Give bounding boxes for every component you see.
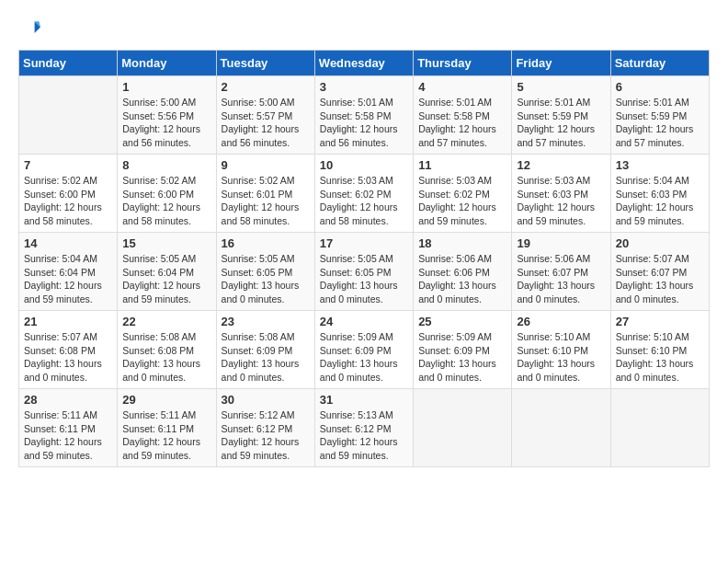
calendar-cell: 26Sunrise: 5:10 AMSunset: 6:10 PMDayligh…	[512, 311, 610, 389]
day-info: Sunrise: 5:01 AMSunset: 5:59 PMDaylight:…	[616, 96, 704, 150]
day-number: 4	[418, 80, 506, 94]
logo	[18, 18, 44, 40]
day-number: 25	[418, 315, 506, 328]
day-number: 27	[616, 315, 704, 328]
day-info: Sunrise: 5:02 AMSunset: 6:01 PMDaylight:…	[222, 174, 310, 228]
day-number: 19	[517, 236, 605, 250]
calendar-cell: 4Sunrise: 5:01 AMSunset: 5:58 PMDaylight…	[414, 76, 512, 155]
calendar-cell: 15Sunrise: 5:05 AMSunset: 6:04 PMDayligh…	[118, 233, 216, 311]
day-number: 15	[122, 236, 210, 250]
week-row-1: 7Sunrise: 5:02 AMSunset: 6:00 PMDaylight…	[19, 155, 710, 233]
calendar-cell: 8Sunrise: 5:02 AMSunset: 6:00 PMDaylight…	[118, 155, 216, 233]
day-info: Sunrise: 5:08 AMSunset: 6:08 PMDaylight:…	[122, 330, 210, 385]
calendar-cell: 23Sunrise: 5:08 AMSunset: 6:09 PMDayligh…	[216, 311, 314, 389]
day-number: 31	[320, 393, 408, 407]
day-number: 8	[122, 158, 210, 172]
day-info: Sunrise: 5:07 AMSunset: 6:07 PMDaylight:…	[616, 252, 704, 306]
calendar-cell: 28Sunrise: 5:11 AMSunset: 6:11 PMDayligh…	[19, 389, 118, 467]
header-friday: Friday	[512, 51, 610, 76]
day-number: 26	[517, 315, 605, 328]
day-number: 18	[418, 236, 506, 250]
day-info: Sunrise: 5:07 AMSunset: 6:08 PMDaylight:…	[24, 330, 112, 385]
day-info: Sunrise: 5:11 AMSunset: 6:11 PMDaylight:…	[122, 408, 210, 463]
day-info: Sunrise: 5:11 AMSunset: 6:11 PMDaylight:…	[24, 408, 112, 463]
calendar-cell: 7Sunrise: 5:02 AMSunset: 6:00 PMDaylight…	[19, 155, 118, 233]
week-row-4: 28Sunrise: 5:11 AMSunset: 6:11 PMDayligh…	[19, 389, 710, 467]
day-info: Sunrise: 5:00 AMSunset: 5:57 PMDaylight:…	[222, 96, 310, 150]
week-row-3: 21Sunrise: 5:07 AMSunset: 6:08 PMDayligh…	[19, 311, 710, 389]
day-info: Sunrise: 5:02 AMSunset: 6:00 PMDaylight:…	[24, 174, 112, 228]
calendar-body: 1Sunrise: 5:00 AMSunset: 5:56 PMDaylight…	[19, 76, 710, 467]
header-row: SundayMondayTuesdayWednesdayThursdayFrid…	[19, 51, 710, 76]
day-info: Sunrise: 5:12 AMSunset: 6:12 PMDaylight:…	[222, 408, 310, 463]
day-info: Sunrise: 5:01 AMSunset: 5:58 PMDaylight:…	[418, 96, 506, 150]
calendar-cell: 2Sunrise: 5:00 AMSunset: 5:57 PMDaylight…	[216, 76, 314, 155]
day-info: Sunrise: 5:04 AMSunset: 6:03 PMDaylight:…	[616, 174, 704, 228]
day-info: Sunrise: 5:09 AMSunset: 6:09 PMDaylight:…	[320, 330, 408, 385]
calendar-cell: 29Sunrise: 5:11 AMSunset: 6:11 PMDayligh…	[118, 389, 216, 467]
day-info: Sunrise: 5:09 AMSunset: 6:09 PMDaylight:…	[418, 330, 506, 385]
day-number: 11	[418, 158, 506, 172]
calendar-cell: 25Sunrise: 5:09 AMSunset: 6:09 PMDayligh…	[414, 311, 512, 389]
page-header	[18, 18, 710, 40]
day-number: 6	[616, 80, 704, 94]
day-info: Sunrise: 5:02 AMSunset: 6:00 PMDaylight:…	[122, 174, 210, 228]
day-info: Sunrise: 5:03 AMSunset: 6:03 PMDaylight:…	[517, 174, 605, 228]
calendar-cell: 19Sunrise: 5:06 AMSunset: 6:07 PMDayligh…	[512, 233, 610, 311]
day-number: 24	[320, 315, 408, 328]
day-number: 10	[320, 158, 408, 172]
week-row-2: 14Sunrise: 5:04 AMSunset: 6:04 PMDayligh…	[19, 233, 710, 311]
day-info: Sunrise: 5:13 AMSunset: 6:12 PMDaylight:…	[320, 408, 408, 463]
day-number: 9	[222, 158, 310, 172]
header-thursday: Thursday	[414, 51, 512, 76]
day-info: Sunrise: 5:05 AMSunset: 6:05 PMDaylight:…	[222, 252, 310, 306]
calendar-cell: 6Sunrise: 5:01 AMSunset: 5:59 PMDaylight…	[610, 76, 709, 155]
day-number: 16	[222, 236, 310, 250]
day-info: Sunrise: 5:01 AMSunset: 5:58 PMDaylight:…	[320, 96, 408, 150]
day-info: Sunrise: 5:04 AMSunset: 6:04 PMDaylight:…	[24, 252, 112, 306]
day-number: 3	[320, 80, 408, 94]
calendar-cell: 17Sunrise: 5:05 AMSunset: 6:05 PMDayligh…	[314, 233, 413, 311]
calendar-cell: 9Sunrise: 5:02 AMSunset: 6:01 PMDaylight…	[216, 155, 314, 233]
calendar-cell	[610, 389, 709, 467]
calendar-cell: 21Sunrise: 5:07 AMSunset: 6:08 PMDayligh…	[19, 311, 118, 389]
calendar-cell: 20Sunrise: 5:07 AMSunset: 6:07 PMDayligh…	[610, 233, 709, 311]
calendar-cell: 1Sunrise: 5:00 AMSunset: 5:56 PMDaylight…	[118, 76, 216, 155]
calendar-cell: 16Sunrise: 5:05 AMSunset: 6:05 PMDayligh…	[216, 233, 314, 311]
day-info: Sunrise: 5:01 AMSunset: 5:59 PMDaylight:…	[517, 96, 605, 150]
day-number: 7	[24, 158, 112, 172]
day-info: Sunrise: 5:03 AMSunset: 6:02 PMDaylight:…	[320, 174, 408, 228]
day-number: 30	[222, 393, 310, 407]
calendar-header: SundayMondayTuesdayWednesdayThursdayFrid…	[19, 51, 710, 76]
day-info: Sunrise: 5:06 AMSunset: 6:07 PMDaylight:…	[517, 252, 605, 306]
logo-icon	[18, 18, 40, 40]
calendar-cell: 14Sunrise: 5:04 AMSunset: 6:04 PMDayligh…	[19, 233, 118, 311]
day-number: 20	[616, 236, 704, 250]
day-info: Sunrise: 5:05 AMSunset: 6:04 PMDaylight:…	[122, 252, 210, 306]
day-number: 2	[222, 80, 310, 94]
day-number: 1	[122, 80, 210, 94]
calendar-cell: 24Sunrise: 5:09 AMSunset: 6:09 PMDayligh…	[314, 311, 413, 389]
day-number: 29	[122, 393, 210, 407]
day-info: Sunrise: 5:00 AMSunset: 5:56 PMDaylight:…	[122, 96, 210, 150]
calendar-cell: 11Sunrise: 5:03 AMSunset: 6:02 PMDayligh…	[414, 155, 512, 233]
header-monday: Monday	[118, 51, 216, 76]
day-number: 21	[24, 315, 112, 328]
calendar-cell: 27Sunrise: 5:10 AMSunset: 6:10 PMDayligh…	[610, 311, 709, 389]
calendar-cell	[414, 389, 512, 467]
calendar-cell: 12Sunrise: 5:03 AMSunset: 6:03 PMDayligh…	[512, 155, 610, 233]
day-info: Sunrise: 5:03 AMSunset: 6:02 PMDaylight:…	[418, 174, 506, 228]
day-number: 12	[517, 158, 605, 172]
calendar-cell: 22Sunrise: 5:08 AMSunset: 6:08 PMDayligh…	[118, 311, 216, 389]
day-info: Sunrise: 5:06 AMSunset: 6:06 PMDaylight:…	[418, 252, 506, 306]
week-row-0: 1Sunrise: 5:00 AMSunset: 5:56 PMDaylight…	[19, 76, 710, 155]
header-saturday: Saturday	[610, 51, 709, 76]
header-sunday: Sunday	[19, 51, 118, 76]
header-wednesday: Wednesday	[314, 51, 413, 76]
day-number: 13	[616, 158, 704, 172]
day-info: Sunrise: 5:05 AMSunset: 6:05 PMDaylight:…	[320, 252, 408, 306]
calendar-cell: 10Sunrise: 5:03 AMSunset: 6:02 PMDayligh…	[314, 155, 413, 233]
day-info: Sunrise: 5:08 AMSunset: 6:09 PMDaylight:…	[222, 330, 310, 385]
calendar-cell	[19, 76, 118, 155]
day-number: 28	[24, 393, 112, 407]
